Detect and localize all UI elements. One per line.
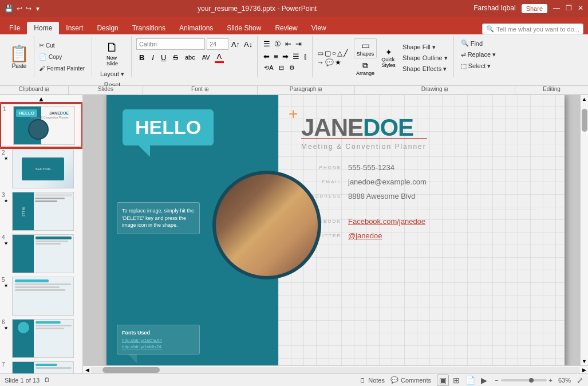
fit-screen-button[interactable]: ⤢ — [577, 376, 583, 385]
shape-line[interactable]: ╱ — [344, 49, 348, 57]
underline-button[interactable]: U — [159, 53, 168, 62]
numbering-button[interactable]: ① — [273, 38, 282, 49]
strikethrough-button[interactable]: S — [171, 53, 180, 62]
fonts-link-2[interactable]: http://bit.ly/1nMtsDL — [122, 344, 195, 349]
decrease-font-button[interactable]: A↓ — [243, 39, 254, 50]
minimize-button[interactable]: — — [553, 4, 560, 13]
tab-home[interactable]: Home — [27, 22, 59, 34]
text-direction-button[interactable]: ⟲A — [262, 64, 275, 72]
increase-font-button[interactable]: A↑ — [230, 39, 241, 50]
save-icon[interactable]: 💾 — [5, 5, 13, 13]
slide-thumb-4[interactable]: 4 ★ — [0, 233, 82, 275]
slide-thumb-2[interactable]: 2 ★ SECTION — [0, 148, 82, 190]
cut-button[interactable]: ✂ Cut — [37, 41, 87, 50]
zoom-slider-thumb[interactable] — [529, 378, 534, 383]
slide-thumb-3[interactable]: 3 ★ SKILLS — [0, 190, 82, 233]
share-button[interactable]: Share — [522, 4, 547, 13]
shape-fill-button[interactable]: Shape Fill ▾ — [400, 42, 450, 52]
slide-thumb-5[interactable]: 5 ★ — [0, 275, 82, 317]
shape-arrow[interactable]: → — [317, 58, 324, 66]
slide-sorter-button[interactable]: ⊞ — [451, 375, 461, 385]
close-button[interactable]: ✕ — [578, 4, 583, 13]
shape-circle[interactable]: ○ — [332, 49, 336, 57]
shape-callout[interactable]: 💬 — [325, 58, 334, 66]
shape-star[interactable]: ★ — [335, 58, 341, 66]
shapes-button[interactable]: ▭ Shapes — [354, 38, 377, 58]
decrease-indent-button[interactable]: ⇤ — [284, 38, 293, 49]
align-right-button[interactable]: ➡ — [281, 51, 290, 62]
zoom-slider[interactable] — [501, 379, 547, 381]
normal-view-button[interactable]: ▣ — [437, 375, 449, 386]
columns-button[interactable]: ⫿ — [302, 51, 309, 62]
justify-button[interactable]: ☰ — [291, 51, 301, 62]
tab-insert[interactable]: Insert — [59, 22, 90, 34]
tab-transitions[interactable]: Transitions — [125, 22, 172, 34]
scroll-thumb[interactable] — [582, 109, 587, 132]
slide-thumb-1[interactable]: 1 HELLO JANEDOE Meeting & Convention Pla… — [0, 103, 82, 148]
smartart-button[interactable]: ⚙ — [287, 64, 297, 72]
tab-slideshow[interactable]: Slide Show — [220, 22, 268, 34]
shape-rounded-rect[interactable]: ▢ — [325, 49, 331, 57]
paste-button[interactable]: 📋 Paste — [5, 36, 34, 77]
tab-animations[interactable]: Animations — [172, 22, 220, 34]
h-scroll-thumb[interactable] — [102, 367, 160, 373]
align-left-button[interactable]: ⬅ — [262, 51, 271, 62]
facebook-value[interactable]: Facebook.com/janedoe — [348, 217, 425, 226]
find-button[interactable]: 🔍 Find — [459, 38, 498, 48]
italic-button[interactable]: I — [149, 53, 156, 62]
slide-preview-3[interactable]: SKILLS — [12, 192, 74, 231]
slide-preview-5[interactable] — [12, 277, 74, 316]
shape-outline-button[interactable]: Shape Outline ▾ — [400, 53, 450, 63]
slide-preview-7[interactable] — [12, 361, 74, 373]
font-name-input[interactable] — [136, 38, 205, 50]
slide-preview-1[interactable]: HELLO JANEDOE Meeting & Convention Plann… — [13, 106, 75, 145]
bold-button[interactable]: B — [136, 52, 147, 63]
customize-icon[interactable]: ▼ — [35, 6, 41, 12]
restore-button[interactable]: ❐ — [566, 4, 572, 13]
zoom-in-button[interactable]: + — [549, 377, 553, 384]
new-slide-button[interactable]: 🗋 NewSlide — [104, 38, 120, 68]
format-painter-button[interactable]: 🖌 Format Painter — [37, 64, 87, 73]
tab-review[interactable]: Review — [268, 22, 304, 34]
h-scroll-right-button[interactable]: ▶ — [580, 366, 588, 374]
bullets-button[interactable]: ☰ — [262, 38, 271, 49]
scroll-up-button[interactable]: ▲ — [581, 95, 588, 103]
text-shadow-button[interactable]: abc — [183, 53, 198, 61]
layout-button[interactable]: Layout ▾ — [98, 69, 127, 79]
select-button[interactable]: ⬚ Select ▾ — [459, 61, 498, 71]
slideshow-button[interactable]: ▶ — [479, 375, 489, 385]
increase-indent-button[interactable]: ⇥ — [294, 38, 303, 49]
notes-button[interactable]: 🗒 Notes — [360, 377, 385, 384]
zoom-level[interactable]: 63% — [555, 377, 571, 384]
align-text-button[interactable]: ⊟ — [277, 64, 286, 72]
slide-preview-4[interactable] — [12, 234, 74, 273]
replace-button[interactable]: ⇌ Replace ▾ — [459, 50, 498, 60]
arrange-button[interactable]: ⧉ Arrange — [354, 60, 377, 77]
reading-view-button[interactable]: 📄 — [464, 375, 477, 385]
slide-thumb-6[interactable]: 6 ★ — [0, 317, 82, 360]
tab-file[interactable]: File — [2, 22, 27, 34]
shape-triangle[interactable]: △ — [337, 49, 342, 57]
font-size-input[interactable] — [207, 38, 228, 50]
shape-effects-button[interactable]: Shape Effects ▾ — [400, 64, 450, 74]
copy-button[interactable]: 📄 Copy — [37, 52, 87, 62]
slide-preview-2[interactable]: SECTION — [12, 149, 74, 188]
redo-icon[interactable]: ↪ — [26, 5, 31, 13]
zoom-out-button[interactable]: − — [495, 377, 498, 384]
scroll-down-button[interactable]: ▼ — [581, 357, 588, 365]
twitter-value[interactable]: @janedoe — [348, 231, 382, 240]
slide-thumb-7[interactable]: 7 — [0, 360, 82, 373]
tell-me-input[interactable]: 🔍 Tell me what you want to do... — [482, 23, 583, 34]
fonts-link-1[interactable]: http://bit.ly/1bCfaA4 — [122, 338, 195, 343]
slide-canvas[interactable]: HELLO To replace image, simply hit the '… — [106, 95, 565, 365]
h-scroll-left-button[interactable]: ◀ — [83, 366, 91, 374]
comments-button[interactable]: 💬 Comments — [390, 376, 431, 384]
tab-design[interactable]: Design — [90, 22, 125, 34]
slide-preview-6[interactable] — [12, 319, 74, 358]
font-color-button[interactable]: A — [215, 52, 224, 63]
shape-rect[interactable]: ▭ — [317, 49, 323, 57]
char-spacing-button[interactable]: AV — [200, 53, 212, 61]
undo-icon[interactable]: ↩ — [17, 5, 22, 13]
align-center-button[interactable]: ≡ — [273, 51, 279, 62]
tab-view[interactable]: View — [305, 22, 333, 34]
